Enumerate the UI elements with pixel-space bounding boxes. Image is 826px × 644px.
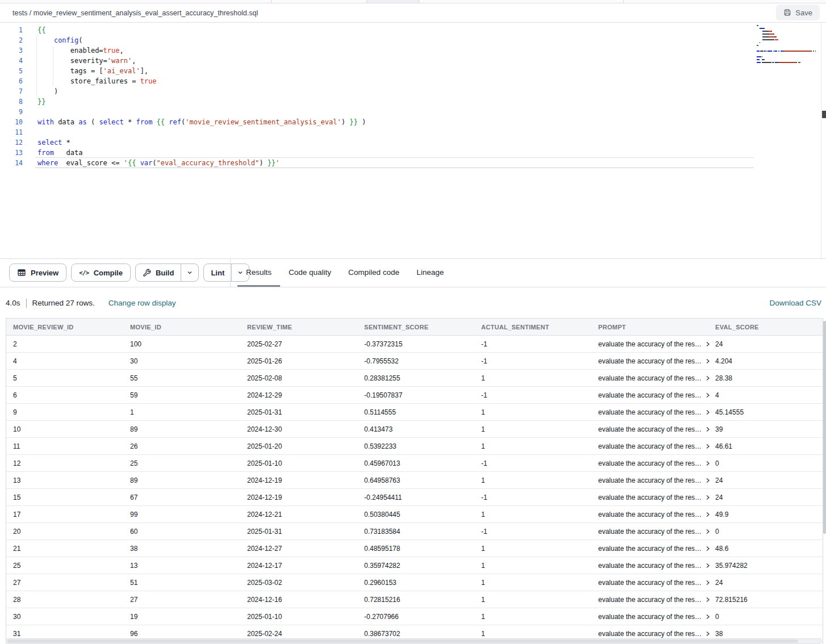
cell-movie-review-id: 9	[6, 408, 123, 416]
code-line[interactable]: 10with data as ( select * from {{ ref('m…	[0, 117, 366, 127]
cell-prompt[interactable]: evaluate the accuracy of the res…	[591, 442, 708, 450]
cell-movie-id: 25	[123, 459, 240, 467]
tab-label: Code quality	[289, 268, 331, 277]
table-row: 30192025-01-10-0.27079661evaluate the ac…	[6, 608, 823, 625]
tab-lineage[interactable]: Lineage	[408, 259, 452, 287]
change-row-display-link[interactable]: Change row display	[109, 299, 176, 307]
code-lines[interactable]: 1{{2 config(3 enabled=true,4 severity='w…	[0, 25, 366, 168]
code-line[interactable]: 3 enabled=true,	[0, 45, 366, 56]
table-horizontal-scrollbar-thumb[interactable]	[7, 639, 798, 643]
cell-actual-sentiment: 1	[474, 613, 591, 621]
editor-scrollbar-thumb[interactable]	[822, 111, 826, 118]
cell-prompt[interactable]: evaluate the accuracy of the res…	[591, 579, 708, 587]
cell-prompt[interactable]: evaluate the accuracy of the res…	[591, 511, 708, 518]
cell-eval-score: 4.204	[708, 357, 823, 365]
preview-button[interactable]: Preview	[9, 264, 66, 282]
cell-sentiment-score: -0.37372315	[357, 340, 474, 348]
prompt-text: evaluate the accuracy of the res…	[598, 579, 702, 587]
cell-prompt[interactable]: evaluate the accuracy of the res…	[591, 357, 708, 365]
table-row: 4302025-01-26-0.7955532-1evaluate the ac…	[6, 353, 823, 370]
lint-label: Lint	[211, 269, 224, 277]
build-label: Build	[156, 269, 174, 277]
cell-eval-score: 24	[708, 340, 823, 348]
lint-button[interactable]: Lint	[204, 264, 231, 281]
cell-movie-review-id: 20	[6, 528, 123, 536]
code-editor[interactable]: 1{{2 config(3 enabled=true,4 severity='w…	[0, 23, 826, 258]
code-line[interactable]: 5 tags = ['ai_eval'],	[0, 66, 366, 76]
cell-prompt[interactable]: evaluate the accuracy of the res…	[591, 630, 708, 638]
cell-prompt[interactable]: evaluate the accuracy of the res…	[591, 562, 708, 570]
code-line[interactable]: 1{{	[0, 25, 366, 35]
download-csv-link[interactable]: Download CSV	[769, 299, 821, 307]
line-number: 5	[0, 66, 23, 76]
line-number: 10	[0, 117, 23, 127]
cell-sentiment-score: 0.413473	[357, 425, 474, 433]
prompt-text: evaluate the accuracy of the res…	[598, 545, 702, 553]
cell-prompt[interactable]: evaluate the accuracy of the res…	[591, 425, 708, 433]
code-line[interactable]: 2 config(	[0, 35, 366, 45]
cell-prompt[interactable]: evaluate the accuracy of the res…	[591, 545, 708, 553]
line-number: 6	[0, 76, 23, 86]
cell-actual-sentiment: 1	[474, 630, 591, 638]
cell-movie-review-id: 5	[6, 374, 123, 382]
tab-label: Lineage	[416, 268, 444, 277]
tab-results[interactable]: Results	[237, 259, 280, 287]
cell-actual-sentiment: 1	[474, 511, 591, 518]
cell-prompt[interactable]: evaluate the accuracy of the res…	[591, 494, 708, 501]
cell-review-time: 2025-02-24	[240, 630, 357, 638]
code-line[interactable]: 14where eval_score <= '{{ var("eval_accu…	[0, 158, 366, 168]
cell-movie-review-id: 12	[6, 459, 123, 467]
code-line[interactable]: 8}}	[0, 97, 366, 107]
code-line[interactable]: 13from data	[0, 148, 366, 158]
code-line[interactable]: 7 )	[0, 86, 366, 97]
build-split-button: Build	[135, 264, 199, 282]
cell-movie-review-id: 25	[6, 562, 123, 570]
col-movie-id: MOVIE_ID	[123, 324, 240, 331]
cell-actual-sentiment: -1	[474, 340, 591, 348]
cell-prompt[interactable]: evaluate the accuracy of the res…	[591, 528, 708, 536]
cell-prompt[interactable]: evaluate the accuracy of the res…	[591, 391, 708, 399]
save-button[interactable]: Save	[776, 5, 820, 20]
cell-sentiment-score: 0.28381255	[357, 374, 474, 382]
cell-sentiment-score: 0.38673702	[357, 630, 474, 638]
code-line[interactable]: 4 severity='warn',	[0, 56, 366, 66]
table-vertical-scrollbar-thumb[interactable]	[823, 321, 826, 534]
build-dropdown-button[interactable]	[181, 264, 198, 281]
cell-actual-sentiment: -1	[474, 459, 591, 467]
query-time: 4.0s	[6, 299, 20, 307]
table-row: 21002025-02-27-0.37372315-1evaluate the …	[6, 336, 823, 353]
cell-prompt[interactable]: evaluate the accuracy of the res…	[591, 340, 708, 348]
tab-code-quality[interactable]: Code quality	[280, 259, 340, 287]
col-eval-score: EVAL_SCORE	[708, 324, 823, 331]
cell-eval-score: 72.815216	[708, 596, 823, 604]
cell-movie-review-id: 4	[6, 357, 123, 365]
table-horizontal-scrollbar[interactable]	[6, 638, 822, 644]
cell-eval-score: 38	[708, 630, 823, 638]
preview-label: Preview	[31, 269, 59, 277]
table-row: 28272024-12-160.728152161evaluate the ac…	[6, 591, 823, 608]
cell-prompt[interactable]: evaluate the accuracy of the res…	[591, 408, 708, 416]
cell-prompt[interactable]: evaluate the accuracy of the res…	[591, 476, 708, 484]
code-line[interactable]: 11	[0, 127, 366, 137]
tab-divider	[419, 0, 419, 3]
cell-actual-sentiment: -1	[474, 391, 591, 399]
code-line[interactable]: 6 store_failures = true	[0, 76, 366, 86]
table-row: 912025-01-310.51145551evaluate the accur…	[6, 404, 823, 421]
cell-prompt[interactable]: evaluate the accuracy of the res…	[591, 374, 708, 382]
cell-movie-id: 51	[123, 579, 240, 587]
cell-eval-score: 24	[708, 494, 823, 501]
rows-returned: Returned 27 rows.	[32, 299, 95, 307]
code-line[interactable]: 9	[0, 107, 366, 117]
line-number: 13	[0, 148, 23, 158]
cell-prompt[interactable]: evaluate the accuracy of the res…	[591, 613, 708, 621]
build-button[interactable]: Build	[136, 264, 181, 281]
table-row: 5552025-02-080.283812551evaluate the acc…	[6, 370, 823, 387]
code-line[interactable]: 12select *	[0, 137, 366, 148]
tab-compiled-code[interactable]: Compiled code	[340, 259, 408, 287]
cell-actual-sentiment: -1	[474, 494, 591, 501]
compile-button[interactable]: </> Compile	[71, 264, 131, 282]
minimap[interactable]	[757, 25, 820, 65]
cell-prompt[interactable]: evaluate the accuracy of the res…	[591, 596, 708, 604]
table-row: 21382024-12-270.485951781evaluate the ac…	[6, 540, 823, 557]
cell-prompt[interactable]: evaluate the accuracy of the res…	[591, 459, 708, 467]
